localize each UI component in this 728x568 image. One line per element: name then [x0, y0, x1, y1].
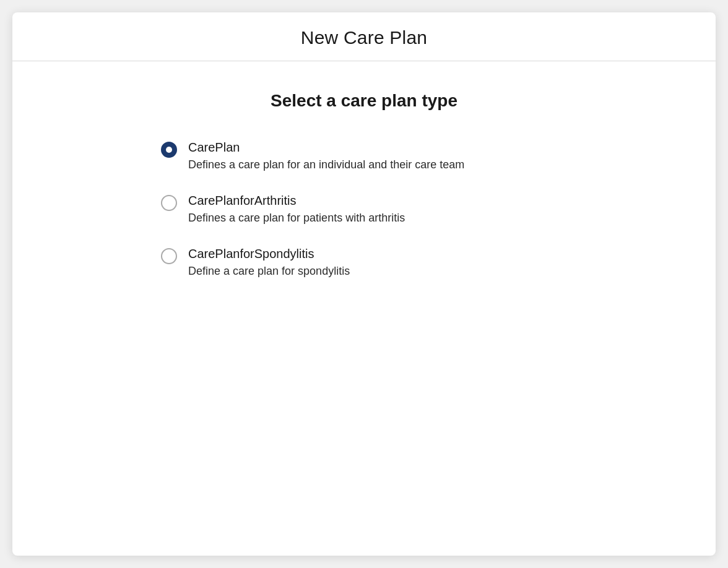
radio-care-plan[interactable] — [161, 142, 177, 158]
option-name-spondylitis: CarePlanforSpondylitis — [188, 247, 350, 261]
option-care-plan-arthritis[interactable]: CarePlanforArthritis Defines a care plan… — [161, 194, 666, 225]
option-text-arthritis: CarePlanforArthritis Defines a care plan… — [188, 194, 405, 225]
option-care-plan-spondylitis[interactable]: CarePlanforSpondylitis Define a care pla… — [161, 247, 666, 278]
option-description-care-plan: Defines a care plan for an individual an… — [188, 158, 464, 171]
option-description-arthritis: Defines a care plan for patients with ar… — [188, 212, 405, 225]
modal-body: Select a care plan type CarePlan Defines… — [12, 61, 716, 556]
radio-care-plan-arthritis[interactable] — [161, 195, 177, 211]
option-care-plan[interactable]: CarePlan Defines a care plan for an indi… — [161, 140, 666, 171]
section-title: Select a care plan type — [62, 91, 666, 111]
care-plan-options: CarePlan Defines a care plan for an indi… — [62, 140, 666, 278]
modal-title: New Care Plan — [12, 27, 716, 48]
modal-container: New Care Plan Select a care plan type Ca… — [12, 12, 716, 556]
option-description-spondylitis: Define a care plan for spondylitis — [188, 265, 350, 278]
option-name-care-plan: CarePlan — [188, 140, 464, 155]
modal-header: New Care Plan — [12, 12, 716, 61]
radio-care-plan-spondylitis[interactable] — [161, 248, 177, 264]
option-text-care-plan: CarePlan Defines a care plan for an indi… — [188, 140, 464, 171]
option-text-spondylitis: CarePlanforSpondylitis Define a care pla… — [188, 247, 350, 278]
option-name-arthritis: CarePlanforArthritis — [188, 194, 405, 208]
radio-inner-care-plan — [166, 147, 172, 153]
